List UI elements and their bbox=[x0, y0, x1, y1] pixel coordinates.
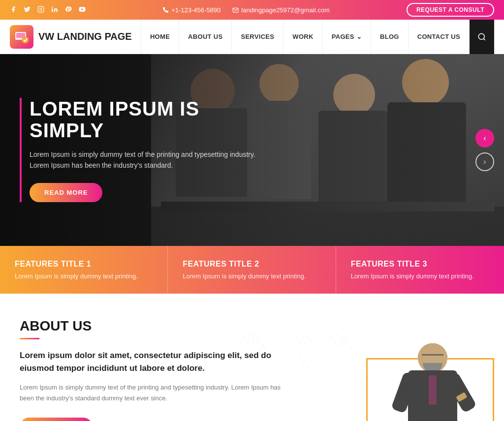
pinterest-icon[interactable] bbox=[65, 6, 72, 14]
linkedin-icon[interactable] bbox=[51, 6, 58, 14]
svg-point-28 bbox=[299, 357, 301, 359]
person-glasses bbox=[422, 354, 443, 356]
about-underline-decoration bbox=[20, 338, 39, 339]
about-body-text: Lorem Ipsum is simply dummy text of the … bbox=[20, 382, 295, 404]
youtube-icon[interactable] bbox=[79, 6, 86, 14]
svg-rect-0 bbox=[38, 6, 44, 12]
search-icon bbox=[477, 32, 486, 41]
feature-1-desc: Lorem Ipsum is simply dummy text printin… bbox=[15, 272, 153, 280]
slider-next-button[interactable]: › bbox=[475, 152, 494, 171]
nav-contact-link[interactable]: CONTACT US bbox=[409, 20, 470, 54]
email-info: landingpage25972@gmail.com bbox=[232, 6, 329, 14]
svg-point-24 bbox=[306, 337, 308, 339]
svg-point-25 bbox=[311, 339, 313, 341]
hero-cta-button[interactable]: READ MORE bbox=[30, 183, 102, 202]
features-section: FEATURES TITLE 1 Lorem Ipsum is simply d… bbox=[0, 246, 504, 294]
hero-text-wrap: LOREM IPSUM IS SIMPLY Lorem Ipsum is sim… bbox=[20, 98, 266, 202]
twitter-icon[interactable] bbox=[24, 6, 31, 14]
svg-point-27 bbox=[304, 342, 306, 344]
nav-blog-link[interactable]: BLOG bbox=[371, 20, 409, 54]
nav-links: HOME ABOUT US SERVICES WORK PAGES ⌄ BLOG… bbox=[141, 20, 470, 54]
svg-point-36 bbox=[333, 342, 335, 344]
nav-services-link[interactable]: SERVICES bbox=[232, 20, 284, 54]
nav-services[interactable]: SERVICES bbox=[232, 20, 284, 54]
facebook-icon[interactable] bbox=[10, 6, 17, 14]
about-image-wrapper bbox=[337, 329, 494, 421]
logo-icon bbox=[10, 25, 33, 49]
nav-contact[interactable]: CONTACT US bbox=[409, 20, 470, 54]
svg-point-22 bbox=[296, 337, 298, 339]
svg-point-23 bbox=[301, 334, 303, 336]
nav-home-link[interactable]: HOME bbox=[141, 20, 179, 54]
svg-line-8 bbox=[483, 38, 485, 40]
about-lead-text: Lorem ipsum dolor sit amet, consectetur … bbox=[20, 349, 295, 374]
social-links bbox=[10, 6, 86, 14]
feature-1-title: FEATURES TITLE 1 bbox=[15, 260, 153, 269]
svg-point-30 bbox=[301, 364, 303, 366]
nav-work[interactable]: WORK bbox=[284, 20, 322, 54]
feature-2: FEATURES TITLE 2 Lorem Ipsum is simply d… bbox=[168, 246, 336, 294]
hero-title: LOREM IPSUM IS SIMPLY bbox=[30, 98, 266, 141]
logo-text: VW LANDING PAGE bbox=[38, 31, 132, 42]
about-cta-button[interactable]: READ MORE bbox=[20, 418, 93, 421]
about-content: ABOUT US Lorem ipsum dolor sit amet, con… bbox=[20, 318, 295, 421]
about-section: ABOUT US Lorem ipsum dolor sit amet, con… bbox=[0, 294, 504, 421]
feature-3-desc: Lorem Ipsum is simply dummy text printin… bbox=[351, 272, 489, 280]
svg-point-29 bbox=[304, 359, 306, 361]
feature-2-desc: Lorem Ipsum is simply dummy text printin… bbox=[183, 272, 320, 280]
feature-3-title: FEATURES TITLE 3 bbox=[351, 260, 489, 269]
hero-section: LOREM IPSUM IS SIMPLY Lorem Ipsum is sim… bbox=[0, 54, 504, 246]
search-button[interactable] bbox=[470, 20, 494, 54]
nav-pages-link[interactable]: PAGES ⌄ bbox=[323, 20, 371, 54]
svg-point-7 bbox=[478, 33, 484, 39]
slider-prev-button[interactable]: ‹ bbox=[475, 129, 494, 148]
svg-point-6 bbox=[22, 36, 29, 43]
svg-point-32 bbox=[331, 337, 333, 339]
svg-point-31 bbox=[306, 366, 308, 368]
svg-point-26 bbox=[299, 342, 301, 344]
feature-1: FEATURES TITLE 1 Lorem Ipsum is simply d… bbox=[0, 246, 168, 294]
slider-controls: ‹ › bbox=[475, 129, 494, 171]
top-bar: +1-123-456-5890 landingpage25972@gmail.c… bbox=[0, 0, 504, 20]
about-person-figure bbox=[376, 333, 489, 421]
person-watch bbox=[456, 392, 467, 402]
contact-info: +1-123-456-5890 landingpage25972@gmail.c… bbox=[162, 6, 330, 14]
nav-home[interactable]: HOME bbox=[141, 20, 179, 54]
about-title: ABOUT US bbox=[20, 318, 295, 334]
hero-content: LOREM IPSUM IS SIMPLY Lorem Ipsum is sim… bbox=[20, 98, 266, 202]
svg-point-2 bbox=[52, 6, 53, 7]
hero-description: Lorem Ipsum is simply dummy text of the … bbox=[30, 149, 266, 171]
nav-work-link[interactable]: WORK bbox=[284, 20, 322, 54]
request-consult-wrapper: REQUEST A CONSULT bbox=[407, 3, 494, 17]
person-css-figure bbox=[393, 343, 472, 421]
feature-2-title: FEATURES TITLE 2 bbox=[183, 260, 320, 269]
navbar: VW LANDING PAGE HOME ABOUT US SERVICES W… bbox=[0, 20, 504, 54]
person-tie bbox=[429, 375, 437, 405]
request-consult-button[interactable]: REQUEST A CONSULT bbox=[407, 3, 494, 17]
nav-about-link[interactable]: ABOUT US bbox=[179, 20, 232, 54]
instagram-icon[interactable] bbox=[37, 6, 44, 14]
feature-3: FEATURES TITLE 3 Lorem Ipsum is simply d… bbox=[336, 246, 504, 294]
hero-accent-line bbox=[20, 98, 22, 202]
nav-about[interactable]: ABOUT US bbox=[179, 20, 232, 54]
logo: VW LANDING PAGE bbox=[10, 25, 132, 49]
person-head bbox=[418, 343, 447, 373]
phone-info: +1-123-456-5890 bbox=[162, 6, 220, 14]
nav-blog[interactable]: BLOG bbox=[371, 20, 409, 54]
nav-pages[interactable]: PAGES ⌄ bbox=[323, 20, 371, 54]
